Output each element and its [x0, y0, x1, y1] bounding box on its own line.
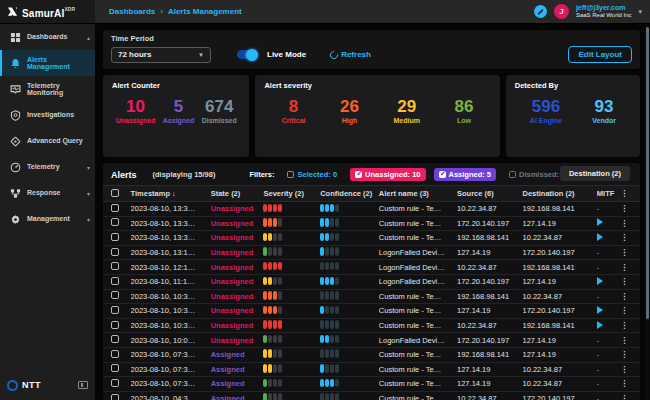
mitre-arrow-icon[interactable]	[597, 277, 603, 285]
cell-source: 10.22.34.87	[457, 263, 522, 272]
cell-destination: 10.22.34.87	[523, 379, 597, 388]
user-menu-caret-icon[interactable]: ▾	[638, 8, 642, 16]
mitre-arrow-icon[interactable]	[597, 321, 603, 329]
table-row[interactable]: 2023-08-10, 13:3… Unassigned Custom rule…	[103, 202, 640, 217]
pencil-icon[interactable]	[534, 5, 547, 18]
sidebar-item-response[interactable]: Response ▾	[0, 180, 95, 206]
row-checkbox[interactable]	[111, 204, 119, 212]
severity-dots	[263, 379, 282, 388]
row-checkbox[interactable]	[111, 291, 119, 299]
time-period-select[interactable]: 72 hours ▼	[111, 47, 211, 63]
page-scrollbar[interactable]	[645, 24, 650, 400]
table-row[interactable]: 2023-08-10, 12:1… Unassigned LogonFailed…	[103, 260, 640, 275]
row-menu-icon[interactable]: ⋮	[620, 292, 632, 301]
row-checkbox[interactable]	[111, 394, 119, 400]
row-menu-icon[interactable]: ⋮	[620, 379, 632, 388]
table-row[interactable]: 2023-08-10, 07:3… Assigned Custom rule -…	[103, 348, 640, 363]
cell-timestamp: 2023-08-10, 11:1…	[131, 277, 211, 286]
row-checkbox[interactable]	[111, 277, 119, 285]
column-alert-name[interactable]: Alert name (3)	[379, 189, 457, 198]
breadcrumb-alerts-management[interactable]: Alerts Management	[168, 7, 242, 16]
row-checkbox[interactable]	[111, 379, 119, 387]
filter-chip-assigned[interactable]: Assigned: 5	[434, 168, 497, 181]
confidence-dots	[320, 306, 339, 315]
table-row[interactable]: 2023-08-10, 11:1… Unassigned LogonFailed…	[103, 275, 640, 290]
cell-alert-name: Custom rule - Te…	[379, 394, 457, 400]
row-menu-icon[interactable]: ⋮	[620, 219, 632, 228]
row-checkbox[interactable]	[111, 321, 119, 329]
mitre-arrow-icon[interactable]	[597, 233, 603, 241]
row-checkbox[interactable]	[111, 350, 119, 358]
column-severity[interactable]: Severity (2)	[263, 189, 320, 198]
row-menu-icon[interactable]: ⋮	[620, 394, 632, 400]
cell-mitre	[597, 321, 620, 331]
sidebar-item-management[interactable]: Management ▾	[0, 206, 95, 232]
sort-desc-icon: ↓	[172, 190, 176, 197]
table-row[interactable]: 2023-08-10, 07:3… Assigned Custom rule -…	[103, 363, 640, 378]
column-menu-icon[interactable]: ⋮	[620, 189, 632, 198]
row-checkbox[interactable]	[111, 306, 119, 314]
table-row[interactable]: 2023-08-10, 07:3… Assigned Custom rule -…	[103, 377, 640, 392]
table-row[interactable]: 2023-08-10, 10:3… Unassigned Custom rule…	[103, 319, 640, 334]
chevron-up-icon: ▴	[87, 34, 90, 41]
filter-chip-unassigned[interactable]: Unassigned: 10	[350, 168, 425, 181]
row-checkbox[interactable]	[111, 248, 119, 256]
column-destination[interactable]: Destination (2)	[523, 189, 597, 198]
row-checkbox[interactable]	[111, 233, 119, 241]
table-row[interactable]: 2023-08-10, 10:3… Unassigned Custom rule…	[103, 304, 640, 319]
row-checkbox[interactable]	[111, 364, 119, 372]
row-menu-icon[interactable]: ⋮	[620, 306, 632, 315]
table-row[interactable]: 2023-08-10, 10:3… Unassigned Custom rule…	[103, 290, 640, 305]
sidebar-item-advanced-query[interactable]: Advanced Query	[0, 128, 95, 154]
live-mode-toggle[interactable]	[237, 50, 257, 59]
row-menu-icon[interactable]: ⋮	[620, 365, 632, 374]
row-menu-icon[interactable]: ⋮	[620, 204, 632, 213]
stat-assigned: 5 Assigned	[163, 98, 195, 124]
page-scrollbar-thumb[interactable]	[646, 27, 649, 319]
column-source[interactable]: Source (6)	[457, 189, 522, 198]
row-menu-icon[interactable]: ⋮	[620, 277, 632, 286]
sidebar-item-alerts-management[interactable]: Alerts Management	[0, 50, 95, 76]
sidebar-item-telemetry[interactable]: Telemetry ▾	[0, 154, 95, 180]
chevron-down-icon: ▼	[198, 52, 204, 58]
table-row[interactable]: 2023-08-10, 04:3… Assigned Custom rule -…	[103, 392, 640, 400]
row-menu-icon[interactable]: ⋮	[620, 321, 632, 330]
table-row[interactable]: 2023-08-10, 13:3… Unassigned Custom rule…	[103, 217, 640, 232]
avatar[interactable]: J	[554, 4, 569, 19]
cell-mitre	[597, 306, 620, 316]
column-mitre[interactable]: MITF	[597, 189, 620, 198]
refresh-button[interactable]: Refresh	[330, 50, 371, 59]
row-menu-icon[interactable]: ⋮	[620, 336, 632, 345]
mitre-arrow-icon[interactable]	[597, 306, 603, 314]
filter-chip-selected[interactable]: Selected: 0	[282, 168, 342, 181]
row-checkbox[interactable]	[111, 262, 119, 270]
row-menu-icon[interactable]: ⋮	[620, 263, 632, 272]
row-menu-icon[interactable]: ⋮	[620, 248, 632, 257]
sidebar-item-dashboards[interactable]: Dashboards ▴	[0, 24, 95, 50]
table-row[interactable]: 2023-08-10, 13:3… Unassigned Custom rule…	[103, 231, 640, 246]
breadcrumb-dashboards[interactable]: Dashboards	[109, 7, 155, 16]
select-all-checkbox[interactable]	[111, 189, 119, 197]
cell-state: Assigned	[211, 365, 264, 374]
table-row[interactable]: 2023-08-10, 13:1… Unassigned LogonFailed…	[103, 246, 640, 261]
cell-alert-name: Custom rule - Te…	[379, 233, 457, 242]
row-menu-icon[interactable]: ⋮	[620, 233, 632, 242]
target-icon	[10, 136, 21, 147]
column-state[interactable]: State (2)	[211, 189, 264, 198]
edit-layout-button[interactable]: Edit Layout	[568, 46, 632, 63]
row-menu-icon[interactable]: ⋮	[620, 350, 632, 359]
alerts-title: Alerts	[111, 170, 137, 180]
severity-dots	[263, 364, 282, 373]
table-row[interactable]: 2023-08-10, 10:0… Unassigned LogonFailed…	[103, 333, 640, 348]
destination-button[interactable]: Destination (2)	[560, 166, 630, 181]
column-confidence[interactable]: Confidence (2)	[320, 189, 379, 198]
column-timestamp[interactable]: Timestamp↓	[131, 189, 211, 198]
sidebar-item-telemetry-monitoring[interactable]: Telemetry Monitoring	[0, 76, 95, 102]
mitre-arrow-icon[interactable]	[597, 218, 603, 226]
collapse-sidebar-icon[interactable]	[78, 381, 88, 389]
row-checkbox[interactable]	[111, 335, 119, 343]
cell-mitre	[597, 218, 620, 228]
stat-value: 596	[532, 98, 560, 115]
sidebar-item-investigations[interactable]: Investigations	[0, 102, 95, 128]
row-checkbox[interactable]	[111, 218, 119, 226]
